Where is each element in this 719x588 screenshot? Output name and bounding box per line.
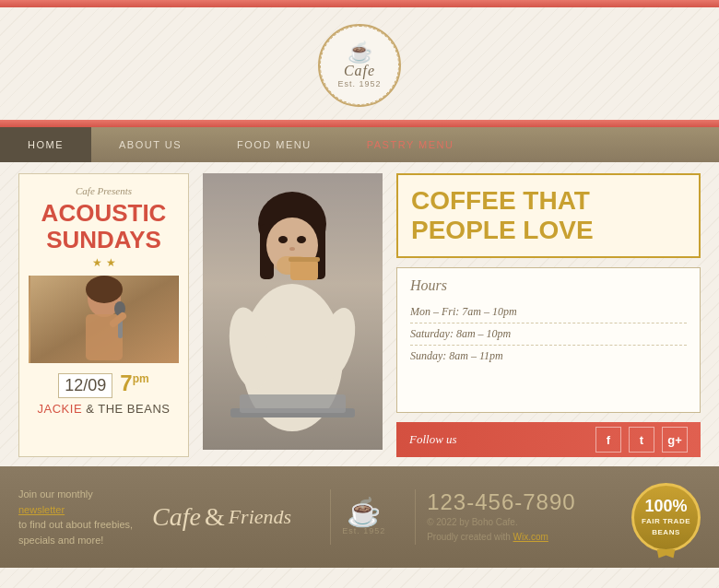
badge-ribbon (657, 549, 676, 559)
social-bar: Follow us f t g+ (396, 422, 701, 457)
footer-cup-icon: ☕ (347, 499, 381, 526)
footer-divider-1 (330, 489, 331, 545)
footer-est: Est. 1952 (342, 526, 385, 535)
fair-trade-badge: 100% FAIR TRADE BEANS (631, 483, 701, 552)
social-icons: f t g+ (595, 427, 688, 453)
footer-contact: 123-456-7890 © 2022 by Boho Cafe. Proudl… (427, 489, 594, 545)
svg-rect-24 (240, 394, 346, 413)
facebook-icon[interactable]: f (595, 427, 621, 453)
googleplus-icon[interactable]: g+ (662, 427, 688, 453)
svg-point-15 (297, 236, 306, 243)
center-photo (203, 173, 383, 450)
twitter-icon[interactable]: t (629, 427, 654, 453)
footer-logo: Cafe & Friends (152, 502, 291, 532)
header-bottom-banner (0, 120, 719, 127)
logo-name: Cafe (344, 63, 375, 79)
footer-amp: & (205, 502, 225, 532)
singer-image-svg (30, 276, 178, 363)
social-follow-label: Follow us (409, 432, 586, 447)
nav-pastry-menu[interactable]: PASTRY MENU (339, 127, 482, 162)
event-date: 12/09 (58, 373, 112, 398)
hours-box: Hours Mon – Fri: 7am – 10pm Saturday: 8a… (396, 267, 701, 413)
event-stars: ★ ★ (92, 256, 116, 270)
hours-saturday: Saturday: 8am – 10pm (410, 323, 687, 346)
nav-food-menu[interactable]: FOOD MENU (209, 127, 339, 162)
event-date-row: 12/09 7pm (58, 370, 148, 398)
event-presents: Cafe Presents (76, 185, 132, 196)
badge-percent: 100% (644, 497, 687, 516)
main-content: Cafe Presents ACOUSTIC SUNDAYS ★ ★ (0, 162, 719, 466)
svg-rect-21 (290, 260, 318, 280)
coffee-lady-svg (203, 173, 383, 450)
footer-logo-cafe: Cafe (152, 502, 201, 532)
coffee-headline-text: COFFEE THAT PEOPLE LOVE (411, 186, 686, 245)
footer-cup-section: ☕ Est. 1952 (342, 499, 385, 535)
logo: ☕ Cafe Est. 1952 (318, 24, 401, 107)
hours-sunday: Sunday: 8am – 11pm (410, 346, 687, 367)
hours-mon-fri: Mon – Fri: 7am – 10pm (410, 301, 687, 323)
event-band: JACKIE & THE BEANS (38, 402, 171, 416)
badge-text: FAIR TRADE BEANS (642, 516, 690, 536)
svg-rect-22 (289, 257, 320, 262)
newsletter-link[interactable]: newsletter (18, 504, 65, 515)
header: ☕ Cafe Est. 1952 (0, 7, 719, 120)
footer-newsletter-text: Join our monthly newsletter to find out … (18, 487, 138, 547)
event-image (29, 276, 179, 363)
footer-divider-2 (415, 489, 416, 545)
nav: HOME ABOUT US FOOD MENU PASTRY MENU (0, 127, 719, 162)
footer-phone: 123-456-7890 (427, 489, 575, 515)
footer-copyright: © 2022 by Boho Cafe. Proudly created wit… (427, 515, 548, 545)
svg-point-16 (289, 247, 295, 251)
nav-about[interactable]: ABOUT US (91, 127, 209, 162)
svg-point-14 (278, 236, 288, 243)
footer-logo-friends: Friends (229, 505, 291, 529)
footer: Join our monthly newsletter to find out … (0, 466, 719, 568)
right-panel: COFFEE THAT PEOPLE LOVE Hours Mon – Fri:… (396, 173, 701, 457)
event-time: 7pm (120, 370, 148, 396)
coffee-headline: COFFEE THAT PEOPLE LOVE (396, 173, 701, 258)
event-title: ACOUSTIC SUNDAYS (41, 200, 167, 253)
footer-newsletter: Join our monthly newsletter to find out … (18, 487, 152, 547)
logo-est: Est. 1952 (337, 79, 381, 88)
hours-title: Hours (410, 277, 687, 294)
nav-home[interactable]: HOME (0, 127, 91, 162)
wix-link[interactable]: Wix.com (513, 532, 548, 542)
top-banner (0, 0, 719, 7)
svg-point-2 (86, 276, 123, 303)
event-card: Cafe Presents ACOUSTIC SUNDAYS ★ ★ (18, 173, 189, 457)
cup-icon: ☕ (348, 42, 372, 63)
